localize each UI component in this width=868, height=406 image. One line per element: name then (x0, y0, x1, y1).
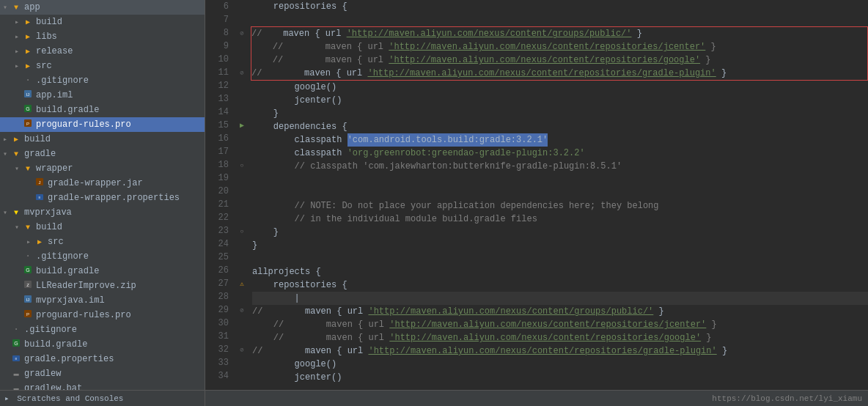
tree-item-build-gradle-mvp[interactable]: Gbuild.gradle (0, 264, 205, 278)
tree-label-wrapper: wrapper (36, 163, 205, 174)
line-number-14: 14 (205, 106, 229, 119)
tree-label-build-gradle-mvp: build.gradle (36, 266, 205, 276)
tree-item-app-iml[interactable]: IJapp.iml (0, 88, 205, 103)
tree-item-src-mvp[interactable]: ▸▶src (0, 235, 205, 249)
gutter-item-33 (236, 356, 248, 369)
tree-arrow-icon: ▸ (23, 237, 34, 246)
code-line-20 (252, 186, 868, 199)
tree-arrow-icon: ▸ (12, 47, 22, 56)
code-line-30: // maven { url 'http://maven.aliyun.com/… (252, 318, 868, 331)
tree-item-gitignore[interactable]: ·.gitignore (0, 73, 205, 88)
gutter-item-14 (236, 106, 248, 119)
tree-item-build[interactable]: ▸▶build (0, 15, 205, 29)
gutter-item-16 (236, 132, 248, 145)
fold-icon[interactable]: ⊘ (240, 69, 243, 77)
tree-label-proguard-mvp: proguard-rules.pro (36, 310, 205, 320)
svg-text:≡: ≡ (39, 195, 41, 199)
line-number-17: 17 (205, 145, 229, 158)
line-number-30: 30 (205, 317, 229, 330)
tree-icon-folder: ▶ (10, 135, 22, 144)
gutter-item-21 (236, 198, 248, 211)
tree-label-build: build (36, 17, 205, 27)
tree-item-gitignore-mvp[interactable]: ·.gitignore (0, 249, 205, 264)
gutter-item-24 (236, 237, 248, 251)
code-area[interactable]: repositories {// maven { url 'http://mav… (249, 0, 868, 390)
svg-text:G: G (26, 267, 29, 273)
tree-item-app[interactable]: ▾▼app (0, 0, 205, 15)
line-number-7: 7 (205, 13, 229, 26)
scratches-footer[interactable]: ▸ Scratches and Consoles (0, 390, 205, 406)
tree-arrow-icon: ▾ (0, 208, 10, 217)
line-number-29: 29 (205, 303, 229, 317)
tree-item-gradle-properties[interactable]: ≡gradle.properties (0, 352, 205, 366)
tree-item-gradlew-bat[interactable]: ▬gradlew.bat (0, 381, 205, 390)
line-number-26: 26 (205, 264, 229, 277)
tree-item-gradle-wrapper-jar[interactable]: Jgradle-wrapper.jar (0, 176, 205, 191)
tree-icon-file-iml: IJ (22, 89, 34, 101)
tree-icon-folder: ▶ (22, 62, 34, 70)
line-number-20: 20 (205, 185, 229, 198)
tree-item-build-mvp[interactable]: ▾▼build (0, 220, 205, 235)
code-line-19 (252, 173, 868, 186)
tree-label-build-root: build (24, 134, 205, 144)
svg-text:P: P (26, 122, 29, 126)
tree-item-release[interactable]: ▸▶release (0, 44, 205, 59)
tree-item-mvprxjava[interactable]: ▾▼mvprxjava (0, 205, 205, 220)
tree-label-release: release (36, 46, 205, 56)
gutter-item-20 (236, 185, 248, 198)
fold-icon[interactable]: ⊘ (240, 306, 243, 314)
tree-item-proguard-app[interactable]: Pproguard-rules.pro (0, 117, 205, 132)
tree-item-libs[interactable]: ▸▶libs (0, 29, 205, 44)
tree-icon-folder-open: ▼ (10, 150, 22, 158)
tree-item-LLReaderImprove[interactable]: ZLLReaderImprove.zip (0, 278, 205, 293)
gutter-item-9 (236, 40, 248, 53)
svg-text:J: J (39, 180, 41, 185)
tree-item-proguard-mvp[interactable]: Pproguard-rules.pro (0, 308, 205, 322)
tree-item-build-gradle-app[interactable]: Gbuild.gradle (0, 103, 205, 117)
tree-arrow-icon: ▾ (12, 223, 22, 232)
tree-label-build-mvp: build (36, 222, 205, 232)
tree-item-build-gradle-root[interactable]: Gbuild.gradle (0, 337, 205, 352)
gutter-item-28 (236, 290, 248, 303)
gutter-item-7 (236, 13, 248, 26)
tree-item-build-root[interactable]: ▸▶build (0, 132, 205, 147)
editor-content: 6789101112131415161718192021222324252627… (205, 0, 868, 390)
line-number-33: 33 (205, 356, 229, 369)
tree-icon-file-prop: ≡ (34, 192, 45, 204)
tree-item-mvprxjava-iml[interactable]: IJmvprxjava.iml (0, 293, 205, 308)
tree-item-gitignore-root[interactable]: ·.gitignore (0, 322, 205, 337)
code-line-8: // maven { url 'http://maven.aliyun.com/… (251, 27, 867, 40)
tree-icon-file-prop: ≡ (10, 353, 22, 365)
tree-icon-file-gradle: G (22, 104, 34, 116)
line-number-6: 6 (205, 0, 229, 13)
tree-item-gradlew[interactable]: ▬gradlew (0, 366, 205, 381)
tree-item-gradle[interactable]: ▾▼gradle (0, 147, 205, 161)
svg-text:G: G (14, 341, 18, 346)
tree-item-gradle-wrapper-props[interactable]: ≡gradle-wrapper.properties (0, 191, 205, 205)
tree-label-gitignore: .gitignore (36, 75, 205, 86)
run-icon[interactable]: ▶ (240, 121, 244, 130)
tree-arrow-icon: ▸ (12, 18, 22, 26)
code-line-16: classpath 'com.android.tools.build:gradl… (252, 133, 868, 147)
tree-label-gitignore-root: .gitignore (24, 325, 205, 335)
tree-arrow-icon: ▸ (12, 32, 22, 41)
gutter-item-11: ⊘ (236, 66, 248, 79)
bookmark-icon: ○ (240, 228, 244, 235)
gutter-item-19 (236, 171, 248, 185)
gutter-item-12 (236, 79, 248, 92)
fold-icon[interactable]: ⊘ (240, 346, 243, 354)
fold-icon[interactable]: ⊘ (240, 29, 243, 37)
tree-item-wrapper[interactable]: ▾▼wrapper (0, 161, 205, 176)
line-number-15: 15 (205, 119, 229, 132)
tree-arrow-icon: ▸ (12, 62, 22, 70)
gutter-item-10 (236, 53, 248, 66)
tree-label-src-mvp: src (48, 237, 205, 247)
tree-icon-folder-open: ▼ (10, 209, 22, 217)
tree-item-src[interactable]: ▸▶src (0, 59, 205, 73)
code-line-6: repositories { (252, 0, 868, 13)
tree-label-app-iml: app.iml (36, 90, 205, 100)
line-number-16: 16 (205, 132, 229, 145)
gutter-item-6 (236, 0, 248, 13)
line-number-27: 27 (205, 277, 229, 290)
gutter-item-27: ⚠ (236, 277, 248, 290)
